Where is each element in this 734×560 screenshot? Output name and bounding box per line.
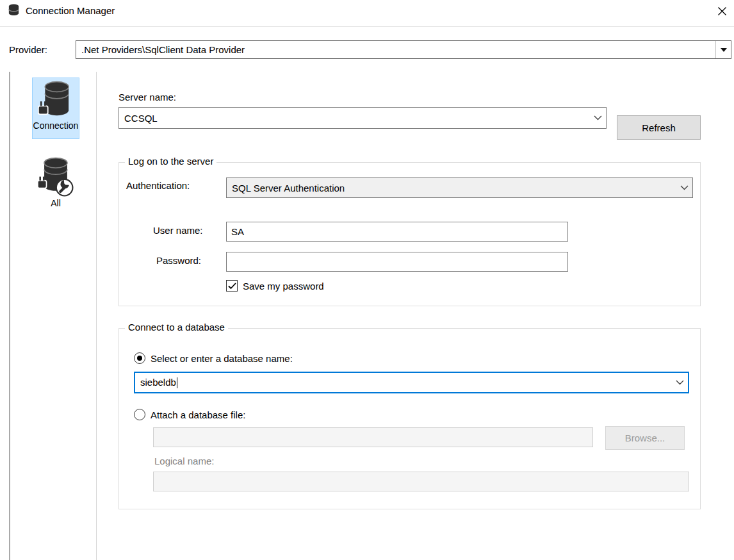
sidebar-divider: [96, 72, 97, 560]
database-wrench-icon: [37, 156, 74, 198]
connection-manager-dialog: Connection Manager Provider: .Net Provid…: [0, 0, 734, 560]
server-name-combobox[interactable]: CCSQL: [118, 107, 607, 129]
attach-file-radio[interactable]: [134, 409, 145, 420]
close-icon: [717, 6, 727, 16]
titlebar: Connection Manager: [0, 0, 734, 26]
database-name-combobox[interactable]: siebeldb: [134, 372, 689, 393]
panel-left-border: [9, 72, 10, 560]
text-caret: [177, 377, 177, 388]
logon-groupbox: Log on to the server Authentication: SQL…: [118, 162, 701, 306]
database-groupbox: Connect to a database Select or enter a …: [118, 328, 701, 509]
sidebar-item-connection[interactable]: Connection: [32, 78, 79, 139]
database-name-value: siebeldb: [135, 377, 671, 389]
provider-value: .Net Providers\SqlClient Data Provider: [76, 44, 715, 55]
browse-button-label: Browse...: [625, 432, 665, 443]
sidebar-item-label: Connection: [33, 120, 79, 131]
window-title: Connection Manager: [26, 5, 115, 16]
server-name-value: CCSQL: [119, 113, 589, 124]
database-name-text: siebeldb: [140, 377, 176, 388]
password-label: Password:: [156, 255, 201, 266]
refresh-button[interactable]: Refresh: [617, 115, 701, 140]
save-password-checkbox[interactable]: [226, 280, 238, 292]
select-database-label: Select or enter a database name:: [151, 353, 293, 364]
logical-name-label: Logical name:: [154, 456, 214, 466]
database-icon: [7, 3, 20, 17]
select-database-radio[interactable]: [134, 352, 145, 364]
chevron-down-icon[interactable]: [589, 108, 606, 128]
database-plug-icon: [38, 80, 74, 120]
chevron-down-icon[interactable]: [676, 178, 692, 197]
triangle-down-icon: [721, 48, 727, 52]
username-label: User name:: [153, 225, 203, 236]
browse-button: Browse...: [605, 426, 685, 450]
provider-label: Provider:: [9, 44, 47, 55]
server-name-label: Server name:: [118, 92, 176, 103]
titlebar-divider: [0, 26, 734, 27]
attach-file-label: Attach a database file:: [151, 409, 245, 420]
logical-name-input: [153, 472, 689, 491]
attach-file-input: [153, 427, 593, 447]
provider-dropdown[interactable]: .Net Providers\SqlClient Data Provider: [76, 40, 731, 59]
authentication-value: SQL Server Authentication: [227, 183, 676, 194]
check-icon: [228, 283, 236, 290]
username-input[interactable]: [226, 222, 568, 242]
logon-group-title: Log on to the server: [125, 156, 216, 167]
refresh-button-label: Refresh: [642, 122, 676, 133]
save-password-label: Save my password: [243, 281, 324, 292]
sidebar-item-all[interactable]: All: [32, 154, 79, 223]
password-input[interactable]: [226, 252, 568, 272]
chevron-down-icon[interactable]: [671, 373, 688, 392]
authentication-dropdown[interactable]: SQL Server Authentication: [226, 177, 693, 198]
authentication-label: Authentication:: [126, 180, 190, 191]
dropdown-arrow-icon[interactable]: [715, 41, 731, 58]
close-button[interactable]: [712, 2, 731, 20]
database-group-title: Connect to a database: [125, 322, 228, 333]
sidebar-item-label: All: [51, 198, 61, 208]
